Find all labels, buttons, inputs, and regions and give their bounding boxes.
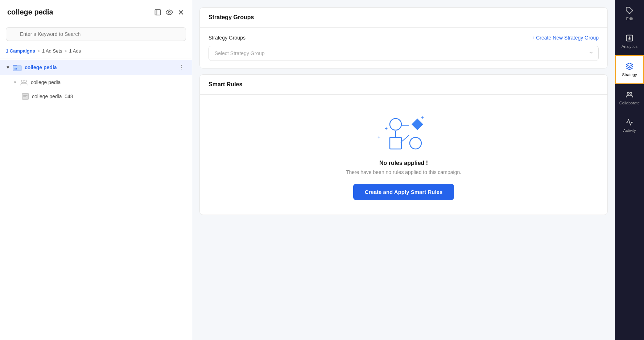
smart-rules-title: Smart Rules <box>209 81 242 87</box>
smart-rules-header: Smart Rules <box>200 75 607 95</box>
breadcrumb-sep1: > <box>37 49 40 54</box>
campaign-folder-icon: in <box>13 64 22 71</box>
breadcrumb-adsets: 1 Ad Sets <box>42 48 62 54</box>
breadcrumb-ads: 1 Ads <box>69 48 81 54</box>
svg-point-11 <box>24 80 26 83</box>
nav-item-analytics[interactable]: Analytics <box>615 28 644 55</box>
svg-point-31 <box>630 92 632 95</box>
strategy-groups-title: Strategy Groups <box>209 14 254 20</box>
right-content: Strategy Groups Strategy Groups + Create… <box>192 0 615 340</box>
adset-icon <box>20 79 28 86</box>
left-sidebar: college pedia <box>0 0 192 340</box>
right-nav: Edit Analytics Strategy <box>615 0 644 340</box>
create-strategy-link[interactable]: + Create New Strategy Group <box>532 35 599 41</box>
breadcrumb: 1 Campaigns > 1 Ad Sets > 1 Ads <box>0 45 192 58</box>
strategy-row: Strategy Groups + Create New Strategy Gr… <box>209 35 599 41</box>
svg-point-10 <box>21 80 24 83</box>
create-rules-button[interactable]: Create and Apply Smart Rules <box>353 184 454 200</box>
search-container <box>0 23 192 45</box>
title-bar: college pedia <box>0 0 192 23</box>
svg-point-24 <box>410 137 421 149</box>
nav-item-edit[interactable]: Edit <box>615 0 644 28</box>
layout-icon <box>154 9 161 16</box>
strategy-label: Strategy Groups <box>209 35 245 41</box>
nav-item-strategy[interactable]: Strategy <box>615 55 644 84</box>
campaign-more-button[interactable]: ⋮ <box>177 63 186 71</box>
nav-item-collaborate[interactable]: Collaborate <box>615 84 644 112</box>
svg-text:+: + <box>385 125 388 131</box>
tree-section: ▼ in college pedia ⋮ ▼ <box>0 58 192 340</box>
nav-label-activity: Activity <box>623 128 636 133</box>
svg-rect-23 <box>390 137 401 149</box>
breadcrumb-sep2: > <box>65 49 67 54</box>
app-title: college pedia <box>7 8 53 16</box>
adset-expand-icon: ▼ <box>13 80 17 84</box>
campaign-label: college pedia <box>25 65 177 70</box>
tree-item-ad[interactable]: college pedia_048 <box>0 90 192 103</box>
strategy-group-select[interactable]: Select Strategy Group <box>209 46 599 61</box>
svg-point-21 <box>390 119 401 130</box>
tag-icon <box>626 7 633 14</box>
close-icon <box>177 9 185 16</box>
ad-label: college pedia_048 <box>32 94 73 99</box>
collaborate-icon <box>626 91 633 99</box>
close-button[interactable] <box>177 9 185 16</box>
svg-text:+: + <box>421 115 424 120</box>
activity-icon <box>626 118 633 126</box>
smart-rules-body: + + + No rules applied ! <box>200 95 607 215</box>
svg-text:+: + <box>377 134 380 140</box>
adset-label: college pedia <box>31 79 61 85</box>
analytics-icon <box>626 34 633 42</box>
svg-text:in: in <box>15 67 17 70</box>
search-wrapper <box>6 27 186 41</box>
preview-button[interactable] <box>166 9 173 16</box>
ad-icon <box>22 93 29 100</box>
strategy-icon <box>626 62 633 70</box>
rules-illustration: + + + <box>375 109 433 153</box>
svg-line-20 <box>401 135 409 142</box>
tree-item-campaign[interactable]: ▼ in college pedia ⋮ <box>0 60 192 75</box>
expand-icon: ▼ <box>6 65 10 70</box>
nav-label-strategy: Strategy <box>622 72 637 77</box>
title-actions <box>154 9 185 16</box>
svg-rect-8 <box>13 65 17 66</box>
breadcrumb-campaigns[interactable]: 1 Campaigns <box>6 48 35 54</box>
svg-point-2 <box>169 11 170 13</box>
nav-label-collaborate: Collaborate <box>619 101 640 105</box>
nav-label-edit: Edit <box>626 17 633 21</box>
svg-rect-0 <box>155 9 161 15</box>
svg-point-30 <box>627 92 629 95</box>
no-rules-title: No rules applied ! <box>379 160 428 166</box>
select-wrapper: Select Strategy Group <box>209 46 599 61</box>
tree-item-adset[interactable]: ▼ college pedia <box>0 75 192 90</box>
nav-item-activity[interactable]: Activity <box>615 112 644 139</box>
no-rules-desc: There have been no rules applied to this… <box>346 169 461 175</box>
svg-rect-13 <box>23 95 28 96</box>
smart-rules-card: Smart Rules + + + <box>199 74 608 215</box>
nav-label-analytics: Analytics <box>622 44 637 49</box>
strategy-groups-body: Strategy Groups + Create New Strategy Gr… <box>200 28 607 68</box>
strategy-groups-card: Strategy Groups Strategy Groups + Create… <box>199 7 608 69</box>
strategy-groups-header: Strategy Groups <box>200 8 607 28</box>
svg-rect-14 <box>23 96 26 97</box>
search-input[interactable] <box>6 27 186 41</box>
layout-button[interactable] <box>154 9 161 16</box>
eye-icon <box>166 9 173 16</box>
